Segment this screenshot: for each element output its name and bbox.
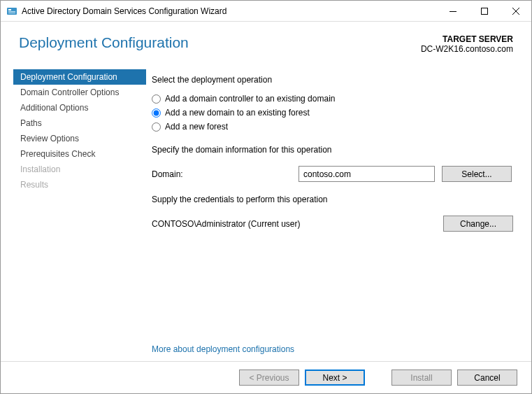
maximize-button[interactable] (468, 1, 500, 21)
change-credentials-button[interactable]: Change... (443, 216, 513, 232)
app-icon (6, 6, 17, 17)
main-panel: Select the deployment operation Add a do… (146, 65, 513, 361)
radio-input-add-domain[interactable] (152, 108, 161, 118)
radio-label: Add a domain controller to an existing d… (165, 94, 335, 104)
next-button[interactable]: Next > (305, 370, 365, 386)
specify-domain-label: Specify the domain information for this … (152, 145, 513, 155)
radio-add-dc-existing-domain[interactable]: Add a domain controller to an existing d… (152, 94, 513, 104)
radio-label: Add a new domain to an existing forest (165, 108, 310, 118)
previous-button: < Previous (239, 370, 299, 386)
footer: < Previous Next > Install Cancel (1, 361, 531, 393)
supply-credentials-label: Supply the credentials to perform this o… (152, 195, 513, 204)
target-server-label: TARGET SERVER (421, 34, 513, 44)
sidebar: Deployment Configuration Domain Controll… (13, 65, 146, 361)
svg-rect-1 (8, 9, 11, 10)
minimize-button[interactable] (437, 1, 468, 21)
radio-add-domain-existing-forest[interactable]: Add a new domain to an existing forest (152, 108, 513, 118)
radio-label: Add a new forest (165, 122, 228, 132)
svg-rect-4 (450, 11, 456, 12)
step-results: Results (13, 177, 146, 192)
step-installation: Installation (13, 162, 146, 177)
install-button: Install (391, 370, 452, 386)
body: Deployment Configuration Domain Controll… (1, 58, 531, 361)
select-operation-label: Select the deployment operation (152, 75, 513, 85)
svg-rect-2 (8, 11, 15, 12)
svg-rect-5 (481, 8, 487, 14)
step-additional-options[interactable]: Additional Options (13, 100, 146, 115)
header: Deployment Configuration TARGET SERVER D… (1, 22, 531, 58)
domain-label: Domain: (152, 169, 299, 179)
target-server-value: DC-W2K16.contoso.com (421, 44, 513, 54)
more-about-link[interactable]: More about deployment configurations (152, 339, 513, 361)
domain-input[interactable] (299, 166, 435, 182)
target-server: TARGET SERVER DC-W2K16.contoso.com (421, 34, 513, 54)
select-domain-button[interactable]: Select... (442, 166, 512, 182)
titlebar: Active Directory Domain Services Configu… (1, 1, 531, 22)
svg-rect-3 (8, 13, 15, 13)
credentials-row: CONTOSO\Administrator (Current user) Cha… (152, 216, 513, 232)
radio-input-new-forest[interactable] (152, 122, 161, 132)
radio-add-new-forest[interactable]: Add a new forest (152, 122, 513, 132)
step-domain-controller-options[interactable]: Domain Controller Options (13, 85, 146, 100)
radio-input-add-dc[interactable] (152, 94, 161, 104)
step-prerequisites-check[interactable]: Prerequisites Check (13, 146, 146, 162)
step-review-options[interactable]: Review Options (13, 131, 146, 146)
credentials-text: CONTOSO\Administrator (Current user) (152, 219, 443, 229)
window-title: Active Directory Domain Services Configu… (22, 6, 227, 16)
wizard-window: Active Directory Domain Services Configu… (0, 0, 532, 394)
cancel-button[interactable]: Cancel (457, 370, 517, 386)
domain-row: Domain: Select... (152, 166, 513, 182)
page-title: Deployment Configuration (19, 34, 421, 51)
step-deployment-configuration[interactable]: Deployment Configuration (13, 69, 146, 85)
close-button[interactable] (500, 1, 531, 21)
step-paths[interactable]: Paths (13, 115, 146, 131)
